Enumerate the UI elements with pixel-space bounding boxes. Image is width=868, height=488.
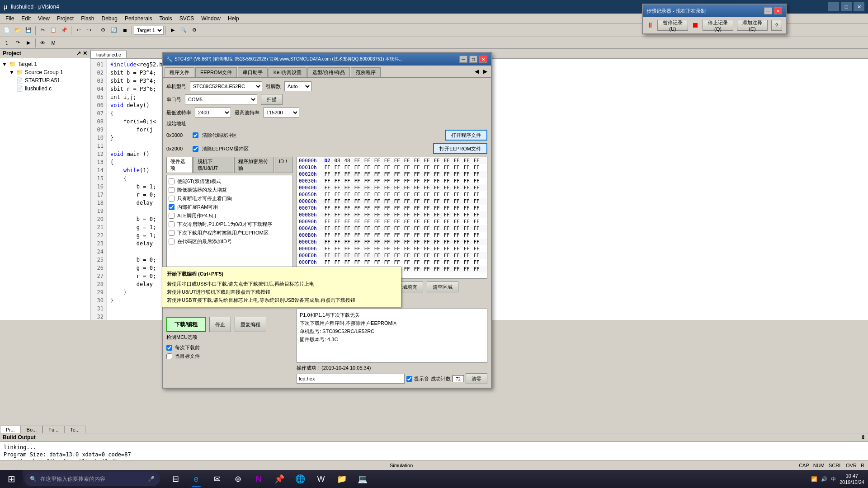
stc-scan-btn[interactable]: 扫描 (261, 94, 283, 105)
stc-close-btn[interactable]: ✕ (479, 56, 487, 63)
hex-val[interactable]: FF (443, 225, 451, 231)
maximize-button[interactable]: □ (841, 2, 852, 11)
hex-val[interactable]: FF (363, 192, 371, 197)
tree-item-source-group[interactable]: ▼ 📁 Source Group 1 (2, 68, 88, 76)
stc-sub-tab-download[interactable]: 脱机下载/U8/U7 (193, 157, 234, 173)
hex-val[interactable]: FF (462, 198, 471, 204)
hex-val[interactable]: FF (393, 259, 401, 265)
hex-val[interactable]: FF (423, 246, 431, 252)
menu-help[interactable]: Help (224, 14, 243, 23)
stc-port-select[interactable]: COM5 (185, 94, 257, 104)
hex-val[interactable]: FF (383, 219, 391, 225)
tab-bo[interactable]: Bo... (21, 426, 43, 433)
hex-val[interactable]: FF (323, 225, 331, 231)
hex-val[interactable]: FF (363, 253, 371, 258)
taskbar-app-files[interactable]: 📁 (332, 470, 352, 488)
hex-val[interactable]: FF (333, 259, 341, 265)
hex-val[interactable]: FF (383, 185, 391, 191)
hex-val[interactable]: FF (433, 158, 441, 164)
hex-val[interactable]: FF (433, 225, 441, 231)
hex-val[interactable]: FF (373, 185, 381, 191)
hex-val[interactable]: FF (453, 259, 461, 265)
hex-val[interactable]: FF (343, 239, 351, 245)
hex-val[interactable]: FF (443, 192, 451, 197)
stc-tab-keil[interactable]: Keil仿真设置 (269, 67, 307, 77)
run-button[interactable]: ▶ (24, 38, 33, 48)
opt-check-3[interactable] (169, 204, 175, 210)
menu-window[interactable]: Window (198, 14, 224, 23)
hex-val[interactable]: FF (472, 192, 481, 197)
hex-val[interactable]: FF (393, 205, 401, 211)
hex-val[interactable]: FF (323, 246, 331, 252)
clear-region-btn[interactable]: 清空区域 (427, 282, 458, 292)
hex-val[interactable]: FF (472, 158, 481, 164)
hex-val[interactable]: FF (343, 185, 351, 191)
hex-val[interactable]: FF (423, 192, 431, 197)
hex-val[interactable]: FF (423, 225, 431, 231)
menu-view[interactable]: View (34, 14, 53, 23)
rebuild-button[interactable]: 🔄 (109, 25, 119, 35)
taskbar-app-browser2[interactable]: 🌐 (290, 470, 310, 488)
hex-val[interactable]: FF (443, 158, 451, 164)
hex-val[interactable]: FF (453, 164, 461, 170)
hex-val[interactable]: FF (343, 205, 351, 211)
hex-val[interactable]: FF (423, 205, 431, 211)
hex-val[interactable]: FF (413, 212, 421, 218)
stc-tab-nav-right[interactable]: ▶ (481, 67, 489, 77)
hex-val[interactable]: FF (403, 239, 411, 245)
hex-val[interactable]: FF (343, 232, 351, 238)
clear-count-btn[interactable]: 清零 (466, 373, 487, 384)
hex-val[interactable]: FF (403, 158, 411, 164)
hex-val[interactable]: FF (433, 164, 441, 170)
hex-val[interactable]: FF (413, 164, 421, 170)
debug-button[interactable]: ▶ (168, 25, 178, 35)
hex-val[interactable]: FF (462, 192, 471, 197)
hex-val[interactable]: FF (433, 246, 441, 252)
hex-val[interactable]: FF (373, 212, 381, 218)
repeat-program-btn[interactable]: 重复编程 (235, 317, 266, 332)
hex-val[interactable]: FF (363, 171, 371, 177)
hex-val[interactable]: FF (413, 185, 421, 191)
hex-val[interactable]: FF (323, 198, 331, 204)
recorder-close-btn[interactable]: ✕ (774, 7, 782, 14)
hex-val[interactable]: FF (443, 185, 451, 191)
hex-val[interactable]: FF (472, 205, 481, 211)
hex-val[interactable]: FF (333, 185, 341, 191)
hex-val[interactable]: FF (433, 192, 441, 197)
save-button[interactable]: 💾 (24, 25, 33, 35)
stc-tab-select[interactable]: 选型/价格/样品 (307, 67, 350, 77)
hex-val[interactable]: FF (343, 171, 351, 177)
hint-sound-check[interactable] (406, 376, 412, 382)
menu-flash[interactable]: Flash (77, 14, 98, 23)
hex-val[interactable]: FF (413, 158, 421, 164)
hex-val[interactable]: FF (393, 246, 401, 252)
hex-val[interactable]: FF (323, 219, 331, 225)
hex-val[interactable]: FF (333, 171, 341, 177)
recorder-window-controls[interactable]: ─ ✕ (764, 7, 782, 14)
recorder-help-btn[interactable]: ? (771, 20, 782, 31)
hex-val[interactable]: FF (353, 158, 361, 164)
hex-val[interactable]: FF (333, 219, 341, 225)
hex-val[interactable]: FF (373, 232, 381, 238)
menu-peripherals[interactable]: Peripherals (121, 14, 156, 23)
hex-val[interactable]: FF (333, 212, 341, 218)
hex-val[interactable]: FF (333, 198, 341, 204)
hex-val[interactable]: FF (393, 164, 401, 170)
hex-val[interactable]: FF (462, 266, 471, 272)
hex-val[interactable]: FF (443, 266, 451, 272)
hex-val[interactable]: FF (443, 205, 451, 211)
hex-val[interactable]: FF (453, 225, 461, 231)
hex-val[interactable]: FF (472, 171, 481, 177)
hex-val[interactable]: FF (433, 232, 441, 238)
stc-max-baud-select[interactable]: 115200 (263, 108, 299, 117)
close-button[interactable]: ✕ (854, 2, 864, 11)
hex-val[interactable]: FF (472, 198, 481, 204)
hex-val[interactable]: FF (403, 212, 411, 218)
hex-val[interactable]: FF (353, 205, 361, 211)
hex-val[interactable]: FF (403, 164, 411, 170)
tab-fu[interactable]: Fu... (42, 426, 64, 433)
hex-val[interactable]: FF (453, 158, 461, 164)
hex-val[interactable]: FF (423, 158, 431, 164)
step-into-button[interactable]: ⤵ (2, 38, 12, 48)
hex-val[interactable]: FF (323, 232, 331, 238)
